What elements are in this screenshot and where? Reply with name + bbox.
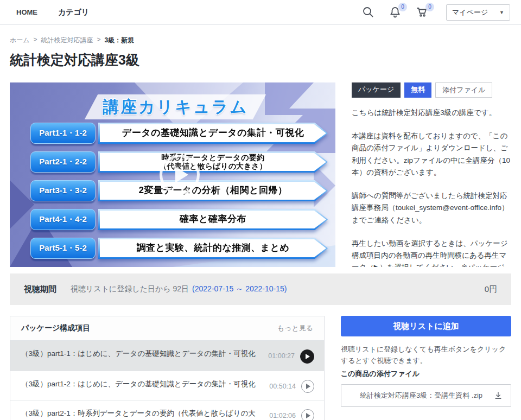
curriculum-banner: 確率と確率分布 — [98, 209, 328, 230]
nav-category[interactable]: カテゴリ — [58, 8, 89, 17]
chevron-down-icon: ▼ — [499, 10, 504, 15]
search-button[interactable] — [361, 5, 376, 20]
viewing-period-dates: (2022-07-15 ～ 2022-10-15) — [192, 284, 287, 294]
description-paragraph: 再生したい動画を選択するときは、パッケージ構成項目内の各動画の再生時間横にある再… — [352, 238, 511, 267]
curriculum-banner: データの基礎知識とデータの集計・可視化 — [98, 123, 328, 144]
main-content: 講座カリキュラム Part1-1・1-2 データの基礎知識とデータの集計・可視化… — [10, 82, 511, 267]
breadcrumb-separator: > — [34, 36, 37, 45]
play-icon — [306, 354, 310, 359]
package-item[interactable]: （3級）part1-1：はじめに、データの基礎知識とデータの集計・可視化 01:… — [10, 340, 324, 371]
description-paragraph: 講師への質問等がございましたら統計検定対応講座事務局（toukei_system… — [352, 190, 511, 226]
play-icon — [306, 413, 310, 418]
play-button[interactable] — [300, 349, 314, 364]
notifications-button[interactable]: 0 — [389, 5, 403, 20]
search-icon — [361, 5, 374, 18]
cart-button[interactable]: 0 — [416, 5, 430, 20]
package-item-meta: 01:00:27 — [268, 348, 314, 364]
curriculum-row: Part1-1・1-2 データの基礎知識とデータの集計・可視化 — [30, 123, 328, 144]
package-item[interactable]: （3級）part2-1：時系列データとデータの要約（代表値と散らばりの大きさ） … — [10, 400, 324, 420]
mypage-label: マイページ — [452, 8, 488, 17]
curriculum-banner: 調査と実験、統計的な推測、まとめ — [98, 238, 328, 259]
package-item-duration: 01:02:06 — [269, 409, 296, 420]
course-info-panel: パッケージ 無料 添付ファイル こちらは統計検定対応講座3級の講座です。 本講座… — [352, 82, 511, 267]
package-list-header: パッケージ構成項目 もっと見る — [10, 316, 324, 340]
curriculum-banner: 2変量データの分析（相関と回帰） — [98, 180, 328, 201]
page-title: 統計検定対応講座3級 — [10, 51, 511, 69]
attachment-section-label: この商品の添付ファイル — [341, 369, 511, 379]
curriculum-title: 講座カリキュラム — [91, 94, 259, 119]
add-to-watchlist-button[interactable]: 視聴リストに追加 — [341, 316, 511, 336]
breadcrumb-separator: > — [97, 36, 101, 45]
part-chip: Part4-1・4-2 — [30, 209, 96, 230]
banner-label: 2変量データの分析（相関と回帰） — [138, 186, 287, 196]
curriculum-title-band: 講座カリキュラム — [91, 94, 259, 119]
package-item-meta: 01:02:06 — [269, 408, 314, 420]
video-thumbnail[interactable]: 講座カリキュラム Part1-1・1-2 データの基礎知識とデータの集計・可視化… — [10, 82, 335, 267]
badge-row: パッケージ 無料 添付ファイル — [352, 82, 511, 98]
badge-attachment: 添付ファイル — [435, 82, 492, 98]
banner-label: 調査と実験、統計的な推測、まとめ — [137, 243, 290, 253]
package-item-title: （3級）part1-1：はじめに、データの基礎知識とデータの集計・可視化 — [21, 348, 268, 364]
top-header: HOME カテゴリ 0 0 マイページ ▼ — [0, 0, 521, 25]
download-icon[interactable] — [493, 391, 503, 400]
watchlist-note: 視聴リストに登録しなくても再生ボタンをクリックするとすぐ視聴できます。 — [341, 344, 511, 367]
cart-badge: 0 — [425, 3, 434, 11]
play-button[interactable] — [301, 409, 314, 420]
description-paragraph: こちらは統計検定対応講座3級の講座です。 — [352, 107, 511, 119]
notification-badge: 0 — [398, 3, 407, 11]
curriculum-row: Part4-1・4-2 確率と確率分布 — [30, 209, 328, 230]
badge-package: パッケージ — [352, 82, 401, 98]
show-more-button[interactable]: もっと見る — [277, 323, 313, 333]
viewing-period-bar: 視聴期間 視聴リストに登録した日から 92日 (2022-07-15 ～ 202… — [10, 273, 511, 305]
description-paragraph: 本講座は資料を配布しておりますので、「この商品の添付ファイル」よりダウンロードし… — [352, 130, 511, 179]
purchase-panel: 視聴リストに追加 視聴リストに登録しなくても再生ボタンをクリックするとすぐ視聴で… — [341, 316, 511, 420]
viewing-period-text: 視聴リストに登録した日から 92日 — [71, 284, 189, 294]
part-chip: Part2-1・2-2 — [30, 151, 96, 173]
mypage-dropdown[interactable]: マイページ ▼ — [446, 4, 510, 21]
package-item[interactable]: （3級）part1-2：はじめに、データの基礎知識とデータの集計・可視化 00:… — [10, 371, 324, 400]
viewing-period-label: 視聴期間 — [24, 284, 56, 295]
attachment-file-name: 統計検定対応講座3級：受講生資料 .zip — [349, 391, 493, 400]
play-icon — [306, 384, 310, 389]
breadcrumb-current: 3級：新規 — [105, 36, 135, 45]
part-chip: Part3-1・3-2 — [30, 180, 96, 201]
play-icon — [175, 167, 188, 183]
part-chip: Part5-1・5-2 — [30, 238, 96, 259]
package-item-title: （3級）part1-2：はじめに、データの基礎知識とデータの集計・可視化 — [21, 378, 269, 393]
curriculum-row: Part5-1・5-2 調査と実験、統計的な推測、まとめ — [30, 238, 328, 259]
curriculum-banner: 時系列データとデータの要約 （代表値と散らばりの大きさ） — [98, 151, 328, 173]
header-actions: 0 0 マイページ ▼ — [361, 4, 510, 21]
package-list-title: パッケージ構成項目 — [21, 323, 90, 333]
banner-label: 確率と確率分布 — [180, 214, 246, 225]
package-item-meta: 00:50:14 — [269, 378, 314, 393]
course-description: こちらは統計検定対応講座3級の講座です。 本講座は資料を配布しておりますので、「… — [352, 107, 511, 267]
nav-home[interactable]: HOME — [16, 8, 37, 16]
play-button[interactable] — [301, 380, 314, 393]
breadcrumb-course[interactable]: 統計検定対応講座 — [41, 36, 93, 45]
banner-label: データの基礎知識とデータの集計・可視化 — [122, 128, 304, 138]
bottom-section: パッケージ構成項目 もっと見る （3級）part1-1：はじめに、データの基礎知… — [10, 316, 511, 420]
breadcrumb: ホーム > 統計検定対応講座 > 3級：新規 — [10, 36, 511, 45]
price: 0円 — [485, 284, 497, 295]
package-list: パッケージ構成項目 もっと見る （3級）part1-1：はじめに、データの基礎知… — [10, 316, 325, 420]
package-item-title: （3級）part2-1：時系列データとデータの要約（代表値と散らばりの大きさ） — [21, 408, 269, 420]
badge-free: 無料 — [404, 82, 431, 98]
attachment-file[interactable]: 統計検定対応講座3級：受講生資料 .zip — [341, 384, 511, 407]
video-play-button[interactable] — [160, 155, 200, 195]
package-item-duration: 01:00:27 — [268, 349, 295, 362]
part-chip: Part1-1・1-2 — [30, 123, 96, 144]
breadcrumb-home[interactable]: ホーム — [10, 36, 30, 45]
package-item-duration: 00:50:14 — [269, 380, 296, 393]
